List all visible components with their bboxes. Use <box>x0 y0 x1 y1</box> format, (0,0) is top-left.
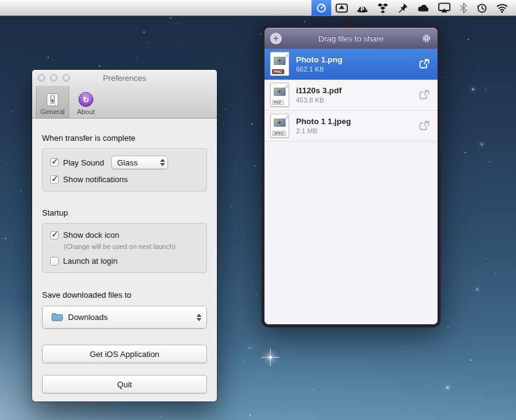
tab-general[interactable]: General <box>36 86 69 118</box>
file-type-icon: JPEG <box>270 114 289 138</box>
file-type-icon: PDF <box>270 83 289 107</box>
startup-group: Show dock icon (Change will be used on n… <box>42 223 207 273</box>
file-name: Photo 1 1.jpeg <box>296 117 418 126</box>
title-bar[interactable]: Preferences <box>32 70 217 86</box>
section-heading-startup: Startup <box>42 208 207 217</box>
bluetooth-icon[interactable] <box>455 0 472 15</box>
file-type-icon: PNG <box>270 52 289 76</box>
stepper-arrows-icon <box>197 314 201 321</box>
airplay-display-icon[interactable] <box>434 0 455 15</box>
launch-at-login-checkbox[interactable] <box>50 257 59 266</box>
file-row[interactable]: PDF i1120s 3.pdf 453.8 KB <box>264 80 438 111</box>
popover-arrow <box>341 17 358 25</box>
drop-zone[interactable] <box>264 141 438 324</box>
share-icon[interactable] <box>418 120 430 131</box>
file-size: 662.1 KB <box>296 65 418 73</box>
preferences-window: Preferences General ↻ About When transfe… <box>32 70 217 401</box>
photo-thumbnail <box>274 119 285 127</box>
file-name: Photo 1.png <box>296 55 418 64</box>
share-icon[interactable] <box>418 59 430 69</box>
about-orb-icon: ↻ <box>78 92 93 107</box>
transfer-group: Play Sound Glass Show notifications <box>42 148 207 191</box>
beta-hat-icon[interactable]: β <box>352 0 373 15</box>
show-notifications-checkbox[interactable] <box>50 175 59 184</box>
file-row[interactable]: PNG Photo 1.png 662.1 KB <box>264 49 438 80</box>
pushpin-icon[interactable] <box>393 0 413 15</box>
dock-icon-note: (Change will be used on next launch) <box>64 243 199 250</box>
show-notifications-label: Show notifications <box>63 175 128 184</box>
file-type-badge: PDF <box>272 100 284 105</box>
tab-about[interactable]: ↻ About <box>69 86 103 118</box>
show-dock-icon-label: Show dock icon <box>63 230 119 240</box>
file-list: PNG Photo 1.png 662.1 KB PDF i1120s 3.pd… <box>264 49 438 324</box>
photo-thumbnail <box>274 57 285 65</box>
time-machine-icon[interactable] <box>472 0 492 15</box>
sound-select-value: Glass <box>117 158 158 167</box>
quit-button[interactable]: Quit <box>42 375 207 393</box>
play-sound-checkbox[interactable] <box>50 158 59 167</box>
file-type-badge: JPEG <box>272 131 286 136</box>
photo-thumbnail <box>274 88 285 96</box>
settings-gear-button[interactable] <box>420 33 432 43</box>
file-name: i1120s 3.pdf <box>296 86 418 95</box>
share-icon[interactable] <box>418 90 430 100</box>
file-size: 453.8 KB <box>296 96 418 104</box>
popover-frame: + Drag files to share PNG Photo 1.png 66… <box>261 25 441 327</box>
get-ios-application-button[interactable]: Get iOS Application <box>42 345 207 363</box>
save-folder-select[interactable]: Downloads <box>42 306 207 329</box>
tab-about-label: About <box>77 108 95 116</box>
cloud-icon[interactable] <box>413 0 434 15</box>
play-sound-label: Play Sound <box>63 158 104 167</box>
stepper-arrows-icon <box>160 159 165 166</box>
wifi-icon[interactable] <box>492 0 512 15</box>
eject-box-icon[interactable] <box>331 0 352 15</box>
section-heading-transfer: When transfer is complete <box>42 133 207 143</box>
app-gauge-icon[interactable] <box>311 0 331 15</box>
traffic-lights <box>38 70 70 86</box>
show-dock-icon-checkbox[interactable] <box>50 231 59 240</box>
file-size: 2.1 MB <box>296 127 418 135</box>
add-file-button[interactable]: + <box>270 33 282 44</box>
preferences-content: When transfer is complete Play Sound Gla… <box>32 119 217 401</box>
status-icons: β <box>311 0 516 15</box>
popover-header: + Drag files to share <box>264 28 438 49</box>
file-meta: i1120s 3.pdf 453.8 KB <box>296 86 418 104</box>
menu-bar: β <box>0 0 516 16</box>
file-meta: Photo 1.png 662.1 KB <box>296 55 418 73</box>
bright-star <box>269 356 272 359</box>
file-meta: Photo 1 1.jpeg 2.1 MB <box>296 117 418 135</box>
file-row[interactable]: JPEG Photo 1 1.jpeg 2.1 MB <box>264 111 438 141</box>
svg-text:β: β <box>360 5 365 11</box>
sound-select[interactable]: Glass <box>111 156 168 169</box>
section-heading-save: Save downloaded files to <box>42 290 207 300</box>
dropbox-icon[interactable] <box>373 0 393 15</box>
file-type-badge: PNG <box>272 69 284 74</box>
switch-icon <box>46 93 59 107</box>
popover-title: Drag files to share <box>282 34 420 43</box>
save-folder-value: Downloads <box>68 313 194 322</box>
launch-at-login-label: Launch at login <box>63 256 117 266</box>
minimize-button[interactable] <box>50 74 57 82</box>
close-button[interactable] <box>38 74 45 82</box>
preferences-toolbar: General ↻ About <box>32 86 217 118</box>
zoom-button[interactable] <box>62 74 70 82</box>
tab-general-label: General <box>40 108 64 116</box>
window-chrome: Preferences General ↻ About <box>32 70 217 119</box>
downloads-folder-icon <box>51 313 63 322</box>
